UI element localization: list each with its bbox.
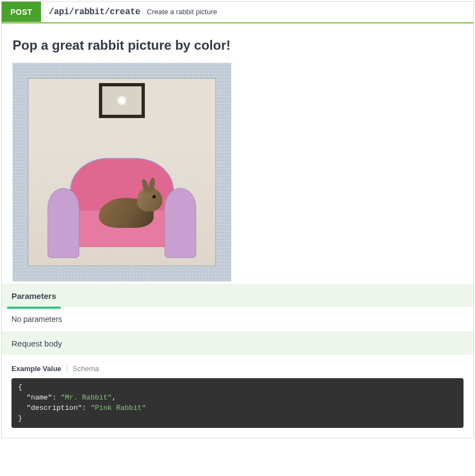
- parameters-section-body: No parameters: [2, 307, 473, 331]
- chair-illustration: [51, 158, 193, 265]
- rabbit-illustration: [99, 184, 165, 228]
- parameters-section-header[interactable]: Parameters: [2, 284, 473, 307]
- tab-example-value[interactable]: Example Value: [11, 365, 67, 373]
- body-tabs: Example Value Schema: [2, 355, 473, 378]
- operation-path: /api/rabbit/create: [49, 7, 140, 17]
- example-body-code[interactable]: { "name": "Mr. Rabbit", "description": "…: [11, 378, 464, 428]
- wall-picture-icon: [99, 83, 145, 118]
- tab-schema[interactable]: Schema: [67, 365, 104, 373]
- http-method-badge: POST: [2, 2, 41, 22]
- description-heading: Pop a great rabbit picture by color!: [13, 38, 462, 53]
- illustration-inner: [28, 78, 216, 266]
- operation-panel: POST /api/rabbit/create Create a rabbit …: [1, 1, 474, 438]
- no-parameters-text: No parameters: [11, 315, 62, 324]
- operation-summary: Create a rabbit picture: [147, 8, 218, 16]
- operation-body: Pop a great rabbit picture by color!: [2, 23, 473, 284]
- operation-header[interactable]: POST /api/rabbit/create Create a rabbit …: [2, 2, 473, 22]
- illustration-frame: [13, 63, 231, 281]
- request-body-section-header[interactable]: Request body: [2, 331, 473, 355]
- parameters-title: Parameters: [11, 291, 56, 301]
- request-body-title: Request body: [11, 339, 62, 348]
